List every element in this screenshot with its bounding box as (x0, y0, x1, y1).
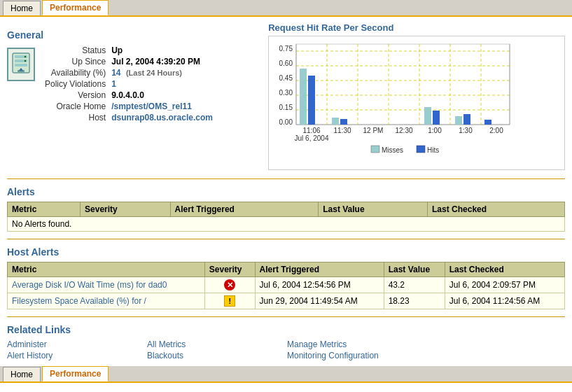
svg-text:0.75: 0.75 (279, 45, 293, 52)
bottom-tab-bar: Home Performance (0, 366, 572, 383)
general-section: General (7, 22, 565, 170)
link-all-metrics[interactable]: All Metrics (147, 340, 287, 349)
related-links-title: Related Links (7, 324, 565, 335)
ha-row2-metric-link[interactable]: Filesystem Space Available (%) for / (12, 296, 146, 306)
ha-row1-severity: ✕ (204, 277, 255, 293)
svg-text:0.45: 0.45 (279, 74, 293, 82)
ha-col-lastchk: Last Checked (445, 262, 564, 277)
warn-icon: ! (224, 295, 235, 307)
ha-col-lastval: Last Value (384, 262, 445, 277)
svg-rect-14 (296, 44, 510, 125)
svg-rect-35 (455, 116, 462, 125)
svg-rect-36 (463, 114, 470, 125)
status-label: Status (42, 45, 109, 56)
bottom-tab-home[interactable]: Home (3, 367, 41, 382)
svg-rect-34 (433, 111, 440, 125)
general-info-table: Status Up Up Since Jul 2, 2004 4:39:20 P… (42, 45, 216, 123)
error-icon: ✕ (224, 279, 235, 290)
status-value: Up (109, 45, 216, 56)
chart-title: Request Hit Rate Per Second (268, 22, 565, 33)
policy-value: 1 (109, 78, 216, 90)
svg-text:2:00: 2:00 (489, 127, 503, 134)
avail-note: (Last 24 Hours) (126, 69, 182, 77)
hit-rate-chart: 0.75 0.60 0.45 0.30 0.15 0.00 (273, 41, 518, 163)
ha-row1-lastchk: Jul 6, 2004 2:09:57 PM (445, 277, 564, 293)
server-icon (7, 48, 35, 81)
svg-point-5 (25, 56, 26, 57)
ha-row2-lastchk: Jul 6, 2004 11:24:56 AM (445, 293, 564, 309)
tab-home[interactable]: Home (3, 1, 41, 15)
ha-row2-triggered: Jun 29, 2004 11:49:54 AM (255, 293, 384, 309)
avail-label: Availability (%) (42, 67, 109, 78)
ha-row1-metric: Average Disk I/O Wait Time (ms) for dad0 (8, 277, 205, 293)
link-blackouts[interactable]: Blackouts (147, 351, 287, 360)
link-manage-metrics[interactable]: Manage Metrics (287, 340, 565, 349)
svg-text:12:30: 12:30 (396, 127, 413, 134)
svg-text:0.60: 0.60 (279, 59, 293, 67)
server-svg (11, 52, 31, 77)
host-alerts-table: Metric Severity Alert Triggered Last Val… (7, 262, 565, 309)
svg-text:12 PM: 12 PM (363, 127, 384, 134)
alerts-table: Metric Severity Alert Triggered Last Val… (7, 202, 565, 232)
table-row: Filesystem Space Available (%) for / ! J… (8, 293, 565, 309)
version-value: 9.0.4.0.0 (109, 90, 216, 101)
oracle-home-value: /smptest/OMS_rel11 (109, 101, 216, 112)
svg-text:0.00: 0.00 (279, 118, 293, 126)
bottom-tab-performance[interactable]: Performance (42, 366, 109, 382)
tab-performance[interactable]: Performance (42, 0, 109, 15)
svg-rect-33 (424, 107, 431, 125)
avail-link[interactable]: 14 (111, 68, 120, 78)
top-tab-bar: Home Performance (0, 0, 572, 17)
host-alerts-divider (7, 239, 565, 239)
ha-row2-lastval: 18.23 (384, 293, 445, 309)
oracle-home-label: Oracle Home (42, 101, 109, 112)
host-value: dsunrap08.us.oracle.com (109, 112, 216, 123)
alerts-title: Alerts (7, 186, 565, 197)
main-content: General (0, 17, 572, 366)
version-label: Version (42, 90, 109, 101)
svg-rect-32 (340, 119, 347, 125)
alerts-col-metric: Metric (8, 202, 81, 217)
chart-section: Request Hit Rate Per Second 0.75 0.60 0.… (268, 22, 565, 170)
svg-point-6 (25, 60, 26, 62)
svg-text:0.15: 0.15 (279, 104, 293, 111)
svg-text:11:30: 11:30 (334, 127, 351, 134)
host-link[interactable]: dsunrap08.us.oracle.com (111, 113, 213, 122)
alerts-empty-row: No Alerts found. (8, 217, 565, 232)
svg-rect-48 (417, 146, 425, 153)
host-label: Host (42, 112, 109, 123)
related-links-section: Related Links Administer All Metrics Man… (7, 324, 565, 360)
links-grid: Administer All Metrics Manage Metrics Al… (7, 340, 565, 360)
svg-text:1:00: 1:00 (428, 127, 442, 134)
policy-label: Policy Violations (42, 78, 109, 90)
ha-row1-metric-link[interactable]: Average Disk I/O Wait Time (ms) for dad0 (12, 280, 167, 290)
avail-value: 14 (Last 24 Hours) (109, 67, 216, 78)
ha-row1-lastval: 43.2 (384, 277, 445, 293)
ha-row1-triggered: Jul 6, 2004 12:54:56 PM (255, 277, 384, 293)
host-alerts-title: Host Alerts (7, 246, 565, 258)
ha-row2-metric: Filesystem Space Available (%) for / (8, 293, 205, 309)
svg-text:1:30: 1:30 (459, 127, 473, 134)
svg-rect-3 (15, 64, 27, 66)
svg-text:Jul 6, 2004: Jul 6, 2004 (295, 134, 329, 142)
up-since-value: Jul 2, 2004 4:39:20 PM (109, 56, 216, 67)
link-alert-history[interactable]: Alert History (7, 351, 147, 360)
ha-row2-severity: ! (204, 293, 255, 309)
host-alerts-section: Host Alerts Metric Severity Alert Trigge… (7, 246, 565, 309)
chart-container: 0.75 0.60 0.45 0.30 0.15 0.00 (268, 36, 565, 170)
alerts-divider (7, 178, 565, 179)
svg-rect-46 (371, 146, 379, 153)
alerts-col-severity: Severity (81, 202, 171, 217)
policy-link[interactable]: 1 (111, 79, 116, 89)
alerts-col-lastval: Last Value (319, 202, 428, 217)
svg-rect-29 (300, 69, 307, 125)
related-links-divider (7, 316, 565, 317)
general-title: General (7, 29, 254, 41)
table-row: Average Disk I/O Wait Time (ms) for dad0… (8, 277, 565, 293)
alerts-empty-message: No Alerts found. (8, 217, 565, 232)
link-monitoring-config[interactable]: Monitoring Configuration (287, 351, 565, 360)
alerts-col-triggered: Alert Triggered (170, 202, 319, 217)
ha-col-severity: Severity (204, 262, 255, 277)
oracle-home-link[interactable]: /smptest/OMS_rel11 (111, 102, 192, 111)
link-administer[interactable]: Administer (7, 340, 147, 349)
